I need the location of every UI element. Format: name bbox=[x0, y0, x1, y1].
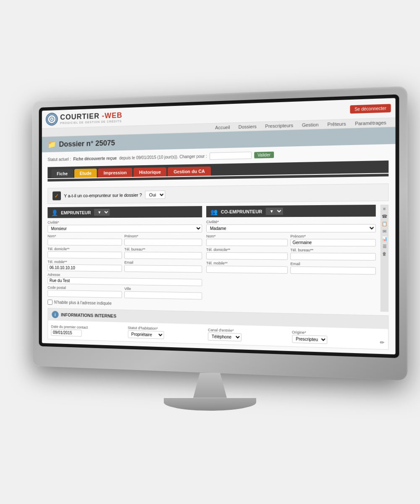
tab-gestion[interactable]: Gestion du CA bbox=[168, 166, 211, 176]
civilite-select[interactable]: Monsieur bbox=[47, 224, 202, 232]
emprunteur-title: EMPRUNTEUR bbox=[61, 210, 91, 215]
prenom-input[interactable] bbox=[124, 238, 202, 245]
co-civilite-label: Civilité* bbox=[206, 219, 376, 224]
tel-mob-label: Tél. mobile** bbox=[47, 260, 122, 264]
main-content: ✓ Y a-t-il un co-emprunteur sur le dossi… bbox=[47, 179, 388, 349]
date-input[interactable] bbox=[51, 329, 81, 336]
co-emprunteur-select[interactable]: ▼ bbox=[266, 207, 283, 215]
nom-input[interactable] bbox=[47, 238, 122, 245]
statut-select[interactable]: Propriétaire bbox=[128, 330, 164, 339]
co-tel-bur-input[interactable] bbox=[290, 253, 375, 261]
ville-input[interactable] bbox=[124, 291, 202, 299]
tool-delete[interactable]: 🗑 bbox=[382, 251, 387, 256]
tab-etude[interactable]: Etude bbox=[74, 169, 97, 178]
edit-icon[interactable]: ✏ bbox=[380, 339, 385, 346]
nav-dossiers[interactable]: Dossiers bbox=[239, 124, 257, 129]
adresse-checkbox[interactable] bbox=[47, 299, 52, 305]
co-emprunteur-header: 👥 CO-EMPRUNTEUR ▼ bbox=[206, 204, 376, 217]
monitor-screen: COURTIER -WEB PROGICIEL DE GESTION DE CR… bbox=[42, 98, 396, 354]
email-label: Email bbox=[124, 260, 202, 265]
logo-icon bbox=[46, 112, 58, 126]
cp-input[interactable] bbox=[47, 290, 122, 298]
tel-bur-label: Tél. bureau** bbox=[124, 247, 202, 252]
check-icon: ✓ bbox=[52, 191, 61, 200]
co-tel-mob-label: Tél. mobile** bbox=[206, 261, 288, 266]
svg-point-2 bbox=[51, 118, 52, 120]
origine-select[interactable]: Prescripteurs bbox=[292, 335, 327, 344]
co-question: ✓ Y a-t-il un co-emprunteur sur le dossi… bbox=[47, 183, 388, 204]
status-value: Fiche découverte reçue bbox=[73, 156, 117, 161]
co-question-text: Y a-t-il un co-emprunteur sur le dossier… bbox=[64, 192, 142, 198]
nav-preteurs[interactable]: Prêteurs bbox=[328, 121, 346, 127]
status-label: Statut actuel : bbox=[47, 157, 71, 162]
monitor-outer: COURTIER -WEB PROGICIEL DE GESTION DE CR… bbox=[32, 86, 407, 380]
content-area: Statut actuel : Fiche découverte reçue d… bbox=[42, 144, 396, 354]
co-prenom-input[interactable] bbox=[290, 239, 375, 246]
nav-gestion[interactable]: Gestion bbox=[302, 122, 319, 128]
emprunteur-form: Civilité* Monsieur bbox=[47, 220, 202, 308]
tab-historique[interactable]: Historique bbox=[134, 167, 167, 177]
co-tel-dom-input[interactable] bbox=[206, 252, 288, 259]
nav-accueil[interactable]: Accueil bbox=[215, 124, 230, 130]
emprunteur-col: 👤 EMPRUNTEUR ▼ bbox=[47, 206, 202, 308]
tel-bur-input[interactable] bbox=[124, 251, 202, 259]
emprunteur-icon: 👤 bbox=[51, 209, 58, 216]
co-email-input[interactable] bbox=[290, 266, 375, 274]
co-tel-bur-label: Tél. bureau** bbox=[290, 248, 375, 252]
tel-dom-input[interactable] bbox=[47, 251, 122, 259]
co-prenom-label: Prénom* bbox=[290, 234, 375, 239]
tel-mob-input[interactable] bbox=[47, 264, 122, 272]
tab-impression[interactable]: Impression bbox=[98, 168, 132, 177]
civilite-label: Civilité* bbox=[47, 220, 202, 224]
co-tel-mob-input[interactable] bbox=[206, 265, 288, 273]
tool-clip[interactable]: 📋 bbox=[382, 221, 387, 226]
info-section: i INFORMATIONS INTERNES Date du premier … bbox=[47, 308, 388, 350]
status-since: depuis le 09/01/2015 (10 jour(s)). Chang… bbox=[119, 154, 207, 160]
valider-button[interactable]: Valider bbox=[254, 151, 274, 158]
sidebar-tools: ≡ ☎ 📋 ✉ 📊 ☰ 🗑 bbox=[381, 204, 389, 311]
prenom-label: Prénom* bbox=[124, 234, 202, 238]
co-email-label: Email bbox=[290, 261, 375, 267]
canal-select[interactable]: Téléphone bbox=[208, 332, 242, 341]
nom-label: Nom* bbox=[47, 234, 122, 238]
folder-icon: 📁 bbox=[47, 140, 56, 149]
tool-mail[interactable]: ✉ bbox=[383, 229, 386, 234]
logo-dash: -WEB bbox=[102, 111, 123, 120]
tool-menu[interactable]: ≡ bbox=[383, 206, 386, 211]
status-change-input[interactable] bbox=[210, 151, 252, 159]
stand-neck bbox=[193, 373, 227, 398]
info-title: INFORMATIONS INTERNES bbox=[61, 312, 116, 318]
co-emprunteur-title: CO-EMPRUNTEUR bbox=[221, 208, 262, 214]
tool-chart[interactable]: 📊 bbox=[382, 236, 387, 241]
borrowers-row: 👤 EMPRUNTEUR ▼ bbox=[47, 204, 388, 311]
co-question-select[interactable]: Oui bbox=[145, 190, 165, 199]
adresse-checkbox-label: N'habite plus à l'adresse indiquée bbox=[54, 300, 112, 305]
nav-parametrages[interactable]: Paramétrages bbox=[355, 120, 386, 126]
co-emprunteur-col: 👥 CO-EMPRUNTEUR ▼ bbox=[206, 204, 376, 311]
nav-prescripteurs[interactable]: Prescripteurs bbox=[265, 123, 293, 129]
email-input[interactable] bbox=[124, 265, 202, 273]
monitor-bezel: COURTIER -WEB PROGICIEL DE GESTION DE CR… bbox=[39, 94, 399, 358]
co-tel-dom-label: Tél. domicile** bbox=[206, 247, 288, 252]
co-nom-input[interactable] bbox=[206, 238, 288, 246]
checkbox-row: N'habite plus à l'adresse indiquée bbox=[47, 299, 202, 308]
co-civilite-select[interactable]: Madame bbox=[206, 224, 376, 232]
tool-list[interactable]: ☰ bbox=[382, 244, 386, 249]
logout-button[interactable]: Se déconnecter bbox=[350, 103, 391, 113]
stand-base bbox=[164, 398, 256, 411]
emprunteur-select[interactable]: ▼ bbox=[94, 208, 110, 216]
logo-area: COURTIER -WEB PROGICIEL DE GESTION DE CR… bbox=[46, 110, 123, 126]
main-layout: ✓ Y a-t-il un co-emprunteur sur le dossi… bbox=[47, 179, 388, 349]
tab-fiche[interactable]: Fiche bbox=[51, 169, 73, 178]
info-icon: i bbox=[52, 311, 58, 318]
emprunteur-header: 👤 EMPRUNTEUR ▼ bbox=[47, 206, 202, 218]
co-emprunteur-icon: 👥 bbox=[210, 208, 218, 215]
tool-phone[interactable]: ☎ bbox=[382, 214, 387, 219]
co-nom-label: Nom* bbox=[206, 234, 288, 238]
tel-dom-label: Tél. domicile** bbox=[47, 247, 122, 251]
page-title: Dossier n° 25075 bbox=[59, 138, 115, 148]
co-emprunteur-form: Civilité* Madame bbox=[206, 219, 376, 274]
monitor-wrapper: COURTIER -WEB PROGICIEL DE GESTION DE CR… bbox=[21, 94, 399, 411]
monitor-stand bbox=[21, 373, 399, 411]
